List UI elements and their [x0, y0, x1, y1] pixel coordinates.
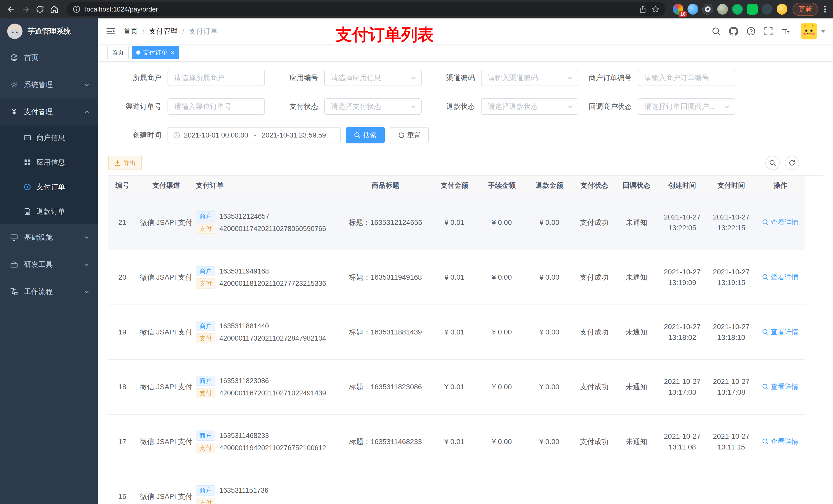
col-callback-status: 回调状态: [616, 176, 658, 195]
breadcrumb-item[interactable]: 首页: [123, 26, 138, 36]
gauge-icon: [10, 54, 18, 62]
star-icon[interactable]: [652, 5, 659, 13]
extension-chat-icon[interactable]: [747, 4, 758, 15]
table-row[interactable]: 20 微信 JSAPI 支付 商户1635311949168 支付4200001…: [108, 250, 805, 305]
table-row-partial[interactable]: 16 微信 JSAPI 支付 商户1635311151736 支付: [108, 469, 805, 504]
sidebar-item-devtools[interactable]: 研发工具: [0, 251, 98, 278]
pay-badge: 支付: [196, 498, 215, 504]
menu-dots-icon[interactable]: [821, 6, 829, 13]
update-button[interactable]: 更新: [792, 3, 818, 16]
font-size-icon[interactable]: [781, 27, 790, 36]
merchant-input[interactable]: [168, 70, 265, 86]
avatar: [801, 23, 817, 40]
filter-pay-status: 支付状态 请选择支付状态: [265, 98, 422, 115]
table-row[interactable]: 19 微信 JSAPI 支付 商户1635311881440 支付4200001…: [108, 305, 805, 360]
search-icon: [762, 274, 769, 281]
table-row[interactable]: 18 微信 JSAPI 支付 商户1635311823086 支付4200001…: [108, 360, 805, 414]
forward-icon[interactable]: [19, 2, 33, 16]
extensions-area: 10: [671, 4, 789, 15]
col-amount: 支付金额: [431, 176, 478, 195]
download-icon: [114, 160, 121, 166]
tab-pay-order[interactable]: 支付订单 ×: [132, 46, 179, 59]
app-id-select[interactable]: 请选择应用信息: [324, 70, 422, 86]
tab-home[interactable]: 首页: [107, 46, 128, 59]
address-bar[interactable]: localhost:1024/pay/order: [67, 2, 665, 16]
target-icon: [24, 183, 31, 191]
hamburger-icon[interactable]: [98, 26, 123, 37]
filter-channel-order-no: 渠道订单号: [108, 98, 265, 115]
sidebar-item-payment[interactable]: 支付管理: [0, 98, 98, 125]
sidebar-item-workflow[interactable]: 工作流程: [0, 278, 98, 305]
user-menu[interactable]: [801, 23, 826, 40]
refresh-icon: [789, 160, 795, 166]
sidebar-item-app-info[interactable]: 应用信息: [0, 150, 98, 175]
sidebar-item-pay-order[interactable]: 支付订单: [0, 175, 98, 199]
filter-channel-code: 渠道编码 请输入渠道编码: [422, 70, 578, 86]
refresh-icon[interactable]: [33, 2, 47, 16]
search-icon[interactable]: [712, 27, 721, 36]
sidebar-item-merchant-info[interactable]: 商户信息: [0, 125, 98, 150]
github-icon[interactable]: [729, 27, 738, 36]
show-search-button[interactable]: [765, 156, 780, 170]
table-row[interactable]: 17 微信 JSAPI 支付 商户1635311468233 支付4200001…: [108, 414, 805, 469]
sidebar-item-refund-order[interactable]: 退款订单: [0, 199, 98, 224]
sidebar-item-system[interactable]: 系统管理: [0, 71, 98, 98]
extension-dark-icon[interactable]: [703, 4, 713, 15]
search-button[interactable]: 搜索: [346, 127, 385, 143]
export-button[interactable]: 导出: [108, 156, 142, 170]
breadcrumb-separator: /: [182, 27, 185, 35]
help-icon[interactable]: [746, 27, 756, 36]
sidebar: 芋道管理系统 首页 系统管理 支付管理: [0, 19, 98, 504]
refresh-table-button[interactable]: [785, 156, 799, 170]
chevron-down-icon: [410, 103, 416, 110]
extension-green-check-icon[interactable]: [732, 4, 743, 15]
merchant-order-no-input[interactable]: [638, 70, 735, 86]
sidebar-item-home[interactable]: 首页: [0, 44, 98, 71]
info-icon[interactable]: [73, 5, 80, 13]
filter-row-1: 所属商户 应用编号 请选择应用信息 渠道编码 请输入渠道编码: [108, 70, 823, 86]
pay-status-select[interactable]: 请选择支付状态: [324, 98, 422, 115]
table-row[interactable]: 21 微信 JSAPI 支付 商户1635312124657 支付4200001…: [108, 195, 805, 250]
view-detail-link[interactable]: 查看详情: [762, 218, 799, 227]
refund-status-select[interactable]: 请选择退款状态: [481, 98, 578, 115]
extension-colorful-icon[interactable]: 10: [673, 4, 684, 15]
view-detail-link[interactable]: 查看详情: [762, 327, 799, 337]
page-title-annotation: 支付订单列表: [336, 24, 434, 46]
view-detail-link[interactable]: 查看详情: [762, 272, 799, 282]
pay-badge: 支付: [196, 388, 215, 398]
view-detail-link[interactable]: 查看详情: [762, 437, 799, 446]
monitor-icon: [10, 234, 18, 241]
content: 所属商户 应用编号 请选择应用信息 渠道编码 请输入渠道编码: [98, 62, 833, 504]
sidebar-logo[interactable]: 芋道管理系统: [0, 19, 98, 44]
extension-pin-icon[interactable]: [762, 4, 772, 15]
breadcrumb-item[interactable]: 支付管理: [149, 26, 178, 36]
search-icon: [762, 329, 769, 335]
page: localhost:1024/pay/order 10 更新: [0, 0, 833, 504]
filter-create-time: 创建时间 2021-10-01 00:00:00 - 2021-10-31 23…: [108, 127, 341, 143]
active-tab-dot: [136, 50, 140, 54]
chevron-down-icon: [567, 75, 573, 81]
filter-row-2: 渠道订单号 支付状态 请选择支付状态 退款状态 请选择退款状态: [108, 98, 823, 115]
col-pay-order: 支付订单: [196, 176, 340, 195]
document-icon: [24, 208, 31, 215]
extension-badge: 10: [679, 11, 687, 17]
col-fee: 手续金额: [478, 176, 526, 195]
channel-code-select[interactable]: 请输入渠道编码: [481, 70, 578, 86]
home-icon[interactable]: [47, 2, 62, 16]
callback-status-select[interactable]: 请选择订单回调商户状态: [638, 98, 735, 115]
extension-gray-icon[interactable]: [717, 4, 728, 15]
extension-blue-icon[interactable]: [688, 4, 698, 15]
yen-icon: [10, 108, 18, 116]
sidebar-item-infra[interactable]: 基础设施: [0, 224, 98, 251]
back-icon[interactable]: [4, 2, 19, 16]
date-range-picker[interactable]: 2021-10-01 00:00:00 - 2021-10-31 23:59:5…: [168, 127, 341, 143]
table-toolbar: 导出: [108, 156, 823, 170]
search-icon: [762, 219, 769, 225]
channel-order-no-input[interactable]: [168, 98, 265, 115]
view-detail-link[interactable]: 查看详情: [762, 382, 799, 391]
profile-avatar-icon[interactable]: [777, 4, 787, 15]
reset-button[interactable]: 重置: [390, 127, 429, 143]
tab-close-icon[interactable]: ×: [170, 49, 174, 56]
share-icon[interactable]: [639, 5, 646, 13]
fullscreen-icon[interactable]: [764, 27, 773, 36]
